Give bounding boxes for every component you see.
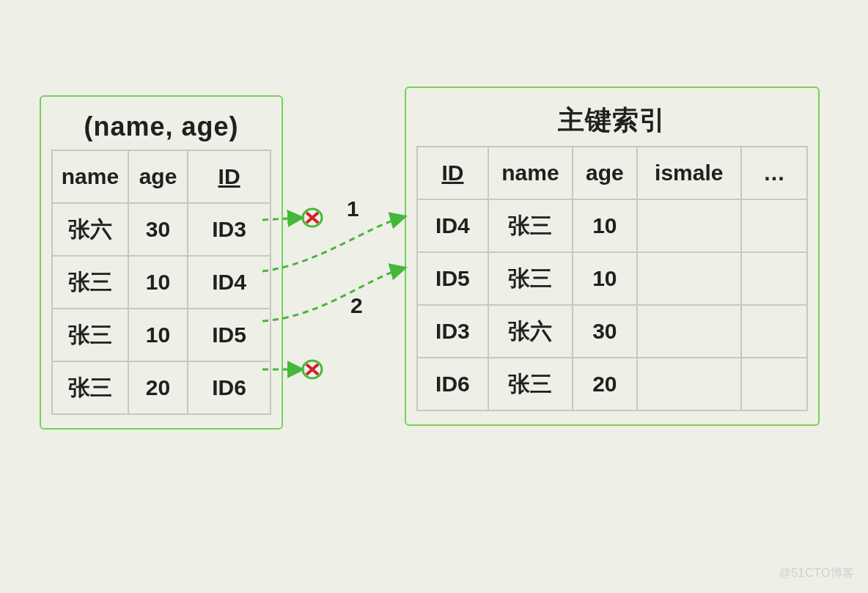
- secondary-index-title: (name, age): [51, 111, 271, 142]
- reject-icon: [303, 361, 322, 378]
- arrow-id4-to-primary: [262, 217, 403, 271]
- secondary-index-table: name age ID 张六 30 ID3 张三 10 ID4 张三 10 ID…: [51, 150, 271, 415]
- cell-name: 张六: [52, 203, 128, 256]
- cell-ismale: [637, 305, 741, 358]
- col-ellipsis: …: [741, 147, 807, 199]
- cell-name: 张三: [488, 252, 573, 305]
- cell-id: ID4: [188, 256, 271, 309]
- cell-ext: [741, 358, 807, 410]
- table-header-row: ID name age ismale …: [417, 147, 807, 199]
- table-row: ID3 张六 30: [417, 305, 807, 358]
- cell-age: 10: [573, 199, 637, 252]
- primary-index-table: ID name age ismale … ID4 张三 10 ID5 张三 10: [416, 146, 808, 411]
- cell-id: ID5: [417, 252, 488, 305]
- primary-index-panel: 主键索引 ID name age ismale … ID4 张三 10 ID5: [405, 86, 820, 426]
- reject-icon: [303, 209, 322, 226]
- cell-id: ID3: [417, 305, 488, 358]
- cell-age: 30: [573, 305, 637, 358]
- cell-id: ID3: [188, 203, 271, 256]
- svg-point-0: [303, 209, 322, 226]
- table-row: ID5 张三 10: [417, 252, 807, 305]
- cell-ismale: [637, 252, 741, 305]
- cell-age: 10: [128, 309, 188, 361]
- table-header-row: name age ID: [52, 150, 271, 203]
- col-id: ID: [188, 150, 271, 203]
- arrow1-label: 1: [347, 196, 359, 221]
- cell-ismale: [637, 199, 741, 252]
- cell-name: 张三: [488, 199, 573, 252]
- cell-ext: [741, 252, 807, 305]
- cell-age: 10: [573, 252, 637, 305]
- cell-age: 30: [128, 203, 188, 256]
- table-row: 张六 30 ID3: [52, 203, 271, 256]
- primary-index-title: 主键索引: [416, 103, 808, 139]
- col-age: age: [573, 147, 637, 199]
- arrow-id5-to-primary: [262, 268, 403, 321]
- col-name: name: [488, 147, 573, 199]
- cell-name: 张三: [52, 309, 128, 361]
- table-row: 张三 10 ID4: [52, 256, 271, 309]
- cell-name: 张三: [52, 256, 128, 309]
- cell-ext: [741, 305, 807, 358]
- cell-name: 张三: [52, 361, 128, 414]
- cell-age: 10: [128, 256, 188, 309]
- col-name: name: [52, 150, 128, 203]
- cell-id: ID6: [188, 361, 271, 414]
- cell-ext: [741, 199, 807, 252]
- table-row: 张三 10 ID5: [52, 309, 271, 361]
- col-age: age: [128, 150, 188, 203]
- cell-id: ID5: [188, 309, 271, 361]
- col-id: ID: [417, 147, 488, 199]
- table-row: ID4 张三 10: [417, 199, 807, 252]
- svg-point-1: [303, 361, 322, 378]
- cell-id: ID6: [417, 358, 488, 410]
- secondary-index-panel: (name, age) name age ID 张六 30 ID3 张三 10 …: [40, 95, 283, 430]
- cell-name: 张三: [488, 358, 573, 410]
- table-row: ID6 张三 20: [417, 358, 807, 410]
- cell-name: 张六: [488, 305, 573, 358]
- table-row: 张三 20 ID6: [52, 361, 271, 414]
- cell-age: 20: [128, 361, 188, 414]
- cell-age: 20: [573, 358, 637, 410]
- col-ismale: ismale: [637, 147, 741, 199]
- watermark: @51CTO博客: [779, 566, 855, 581]
- cell-ismale: [637, 358, 741, 410]
- cell-id: ID4: [417, 199, 488, 252]
- arrow2-label: 2: [350, 293, 363, 318]
